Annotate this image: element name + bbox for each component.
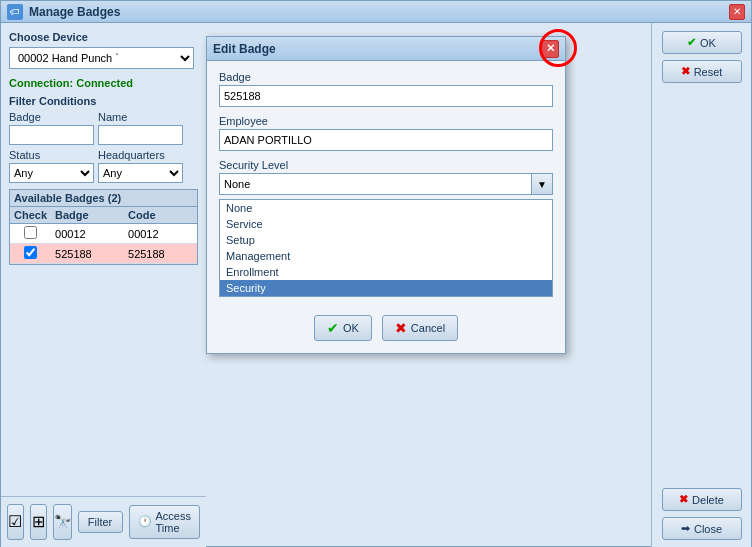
dialog-body: Badge Employee Security Level ▼ None Ser…	[207, 61, 565, 307]
right-panel: ✔ OK ✖ Reset ✖ Delete ➡ Close	[651, 23, 751, 547]
col-code: Code	[124, 207, 197, 224]
dropdown-item-management[interactable]: Management	[220, 248, 552, 264]
dialog-titlebar: Edit Badge ✕	[207, 37, 565, 61]
reset-x-icon: ✖	[681, 65, 690, 78]
security-level-label: Security Level	[219, 159, 553, 171]
grid-toolbar-button[interactable]: ⊞	[30, 504, 47, 540]
main-titlebar: 🏷 Manage Badges ✕	[1, 1, 751, 23]
row-code: 525188	[124, 244, 197, 264]
security-dropdown-list: None Service Setup Management Enrollment…	[219, 199, 553, 297]
row-badge: 00012	[51, 224, 124, 244]
checkbox-icon: ☑	[8, 512, 22, 531]
dialog-cancel-label: Cancel	[411, 322, 445, 334]
edit-badge-dialog: Edit Badge ✕ Badge Employee Security Lev…	[206, 36, 566, 354]
badges-table: Check Badge Code 00012 00012 525188 5251	[10, 207, 197, 264]
dialog-ok-button[interactable]: ✔ OK	[314, 315, 372, 341]
status-filter-select[interactable]: Any	[9, 163, 94, 183]
device-select[interactable]: 00002 Hand Punch `	[9, 47, 194, 69]
security-level-input[interactable]	[219, 173, 531, 195]
close-label: Close	[694, 523, 722, 535]
connection-status: Connection: Connected	[9, 77, 198, 89]
ok-button[interactable]: ✔ OK	[662, 31, 742, 54]
filter-button[interactable]: Filter	[78, 511, 123, 533]
close-arrow-icon: ➡	[681, 522, 690, 535]
dialog-title: Edit Badge	[213, 42, 535, 56]
row-badge: 525188	[51, 244, 124, 264]
badge-filter-label: Badge	[9, 111, 94, 123]
security-level-row: ▼	[219, 173, 553, 195]
checkbox-toolbar-button[interactable]: ☑	[7, 504, 24, 540]
row-code: 00012	[124, 224, 197, 244]
access-time-label: Access Time	[156, 510, 191, 534]
col-badge: Badge	[51, 207, 124, 224]
dialog-footer: ✔ OK ✖ Cancel	[207, 307, 565, 353]
table-row[interactable]: 525188 525188	[10, 244, 197, 264]
bottom-toolbar: ☑ ⊞ 🔭 Filter 🕐 Access Time	[1, 496, 206, 546]
binoculars-icon: 🔭	[54, 514, 71, 530]
headquarters-filter-select[interactable]: Any	[98, 163, 183, 183]
clock-icon: 🕐	[138, 515, 152, 528]
main-window: 🏷 Manage Badges ✕ Choose Device 00002 Ha…	[0, 0, 752, 547]
badge-filter-input[interactable]	[9, 125, 94, 145]
col-check: Check	[10, 207, 51, 224]
ok-label: OK	[700, 37, 716, 49]
dialog-close-button[interactable]: ✕	[541, 40, 559, 58]
close-button[interactable]: ➡ Close	[662, 517, 742, 540]
choose-device-label: Choose Device	[9, 31, 198, 43]
main-title: Manage Badges	[29, 5, 723, 19]
reset-button[interactable]: ✖ Reset	[662, 60, 742, 83]
badge-field-input[interactable]	[219, 85, 553, 107]
access-time-button[interactable]: 🕐 Access Time	[129, 505, 200, 539]
row-check[interactable]	[10, 224, 51, 244]
delete-button[interactable]: ✖ Delete	[662, 488, 742, 511]
reset-label: Reset	[694, 66, 723, 78]
ok-check-icon: ✔	[687, 36, 696, 49]
filter-label: Filter	[88, 516, 112, 528]
name-filter-input[interactable]	[98, 125, 183, 145]
table-row[interactable]: 00012 00012	[10, 224, 197, 244]
binoculars-toolbar-button[interactable]: 🔭	[53, 504, 72, 540]
dropdown-item-security[interactable]: Security	[220, 280, 552, 296]
dropdown-item-service[interactable]: Service	[220, 216, 552, 232]
employee-field-input[interactable]	[219, 129, 553, 151]
status-filter-label: Status	[9, 149, 94, 161]
dialog-cancel-button[interactable]: ✖ Cancel	[382, 315, 458, 341]
dropdown-item-setup[interactable]: Setup	[220, 232, 552, 248]
filter-conditions-label: Filter Conditions	[9, 95, 198, 107]
dropdown-item-none[interactable]: None	[220, 200, 552, 216]
badge-field-label: Badge	[219, 71, 553, 83]
main-close-button[interactable]: ✕	[729, 4, 745, 20]
badges-header: Available Badges (2)	[10, 190, 197, 207]
headquarters-filter-label: Headquarters	[98, 149, 183, 161]
dropdown-item-enrollment[interactable]: Enrollment	[220, 264, 552, 280]
grid-icon: ⊞	[32, 512, 45, 531]
security-level-dropdown-button[interactable]: ▼	[531, 173, 553, 195]
delete-x-icon: ✖	[679, 493, 688, 506]
delete-label: Delete	[692, 494, 724, 506]
left-panel: Choose Device 00002 Hand Punch ` Connect…	[1, 23, 206, 547]
dialog-ok-check-icon: ✔	[327, 320, 339, 336]
dialog-cancel-x-icon: ✖	[395, 320, 407, 336]
badges-section: Available Badges (2) Check Badge Code 00…	[9, 189, 198, 265]
dialog-ok-label: OK	[343, 322, 359, 334]
row-check[interactable]	[10, 244, 51, 264]
app-icon: 🏷	[7, 4, 23, 20]
employee-field-label: Employee	[219, 115, 553, 127]
name-filter-label: Name	[98, 111, 183, 123]
